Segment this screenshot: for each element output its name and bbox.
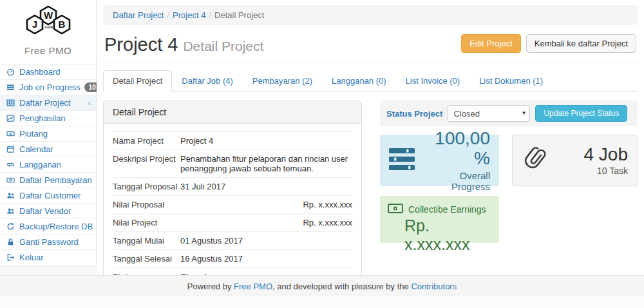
table-row: Nilai Project Rp. x.xxx.xxx xyxy=(113,214,352,232)
footer-middle: , and developed with pleasure by the xyxy=(272,282,411,291)
contributors-link[interactable]: Contributors xyxy=(411,282,457,291)
earnings-title: Collectibe Earnings xyxy=(408,204,486,215)
table-row: Tanggal Proposal 31 Juli 2017 xyxy=(113,178,352,196)
status-select[interactable]: Closed xyxy=(448,105,530,122)
tab-detail-project[interactable]: Detail Project xyxy=(103,70,172,91)
update-status-button[interactable]: Update Project Status xyxy=(535,105,627,122)
sidebar-item-label: Daftar Pembayaran xyxy=(19,175,92,185)
footer: Powered by Free PMO, and developed with … xyxy=(0,275,644,296)
row-value: 16 Agustus 2017 xyxy=(180,254,352,264)
sidebar-item-label: Daftar Project xyxy=(19,98,70,108)
edit-project-button[interactable]: Edit Project xyxy=(461,34,520,53)
tab-daftar-job[interactable]: Daftar Job (4) xyxy=(172,70,242,91)
table-row: Nama Project Project 4 xyxy=(113,132,352,150)
sidebar-item-ganti-password[interactable]: Ganti Password xyxy=(0,235,96,250)
tab-list-invoice[interactable]: List Invoice (0) xyxy=(396,70,470,91)
panel-title: Detail Project xyxy=(104,101,361,124)
jobs-value: 4 Job xyxy=(554,145,628,165)
breadcrumb-current: Detail Project xyxy=(214,10,264,20)
tab-bar: Detail Project Daftar Job (4) Pembayaran… xyxy=(103,70,638,91)
table-row: Tanggal Mulai 01 Agustus 2017 xyxy=(113,232,352,250)
earnings-value: Rp. x.xxx.xxx xyxy=(388,217,491,254)
header-buttons: Edit Project Kembali ke daftar Project xyxy=(461,34,636,55)
sidebar-item-label: Calendar xyxy=(19,144,53,154)
tab-pembayaran[interactable]: Pembayaran (2) xyxy=(243,70,322,91)
gauge-icon xyxy=(5,68,15,76)
content-area: Daftar Project/Project 4/Detail Project … xyxy=(97,0,644,308)
jobs-text-group: 4 Job 10 Task xyxy=(554,145,628,177)
chevron-left-icon: ‹ xyxy=(88,99,91,108)
sidebar-item-daftar-project[interactable]: Daftar Project ‹ xyxy=(0,95,96,111)
status-project-label: Status Project xyxy=(386,109,442,119)
stat-cards: 100,00 % Overall Progress 4 Job 10 T xyxy=(380,135,638,186)
page-bottom-strip xyxy=(0,296,644,308)
back-to-list-button[interactable]: Kembali ke daftar Project xyxy=(526,34,636,53)
users-icon xyxy=(5,207,15,215)
sidebar-item-daftar-pembayaran[interactable]: Daftar Pembayaran xyxy=(0,173,96,188)
page-title: Project 4 xyxy=(104,34,178,55)
jwb-logo-icon: W J B .com xyxy=(17,5,79,36)
progress-value: 100,00 % xyxy=(422,129,490,169)
sidebar-item-label: Dashboard xyxy=(19,67,61,77)
row-label: Nilai Proposal xyxy=(113,200,180,209)
sidebar-item-piutang[interactable]: Piutang xyxy=(0,126,96,142)
sidebar-item-label: Ganti Password xyxy=(19,237,79,247)
sidebar-item-calendar[interactable]: Calendar xyxy=(0,142,96,157)
sidebar-item-label: Penghasilan xyxy=(19,113,66,123)
jobs-card: 4 Job 10 Task xyxy=(512,135,638,186)
sidebar-item-penghasilan[interactable]: Penghasilan xyxy=(0,111,96,126)
sidebar-item-label: Backup/Restore DB xyxy=(19,222,93,231)
row-label: Tanggal Proposal xyxy=(113,182,180,191)
list-bars-icon xyxy=(5,83,15,91)
row-value: Project 4 xyxy=(180,136,352,146)
tasks-icon xyxy=(389,148,416,173)
row-value: Rp. x.xxx.xxx xyxy=(180,200,352,209)
sidebar-item-backup-restore[interactable]: Backup/Restore DB xyxy=(0,219,96,235)
users-icon xyxy=(5,191,15,200)
app-window: W J B .com Free PMO Dashboard Job on Pro… xyxy=(0,0,644,308)
row-value: 01 Agustus 2017 xyxy=(180,236,352,245)
sidebar-menu: Dashboard Job on Progress 10 Daftar Proj… xyxy=(0,64,96,265)
logo-letter-j: J xyxy=(32,19,37,30)
breadcrumb-separator: / xyxy=(205,10,214,20)
collectible-earnings-card: Collectibe Earnings Rp. x.xxx.xxx xyxy=(380,196,499,243)
page-subtitle: Detail Project xyxy=(183,39,263,53)
table-row: Nilai Proposal Rp. x.xxx.xxx xyxy=(113,196,352,214)
money-icon xyxy=(5,176,15,184)
money-icon xyxy=(5,130,15,138)
sidebar-item-daftar-vendor[interactable]: Daftar Vendor xyxy=(0,204,96,219)
sidebar-item-langganan[interactable]: Langganan xyxy=(0,157,96,173)
calendar-icon xyxy=(5,145,15,153)
sidebar-item-keluar[interactable]: Keluar xyxy=(0,250,96,265)
tab-langganan[interactable]: Langganan (0) xyxy=(322,70,396,91)
sidebar-item-job-on-progress[interactable]: Job on Progress 10 xyxy=(0,80,96,95)
row-value: Rp. x.xxx.xxx xyxy=(180,218,352,227)
tab-list-dokumen[interactable]: List Dokumen (1) xyxy=(469,70,553,91)
table-row: Deskripsi Project Penambahan fitur pelap… xyxy=(113,150,352,178)
tasks-count: 10 Task xyxy=(554,166,628,176)
refresh-icon xyxy=(5,222,15,231)
retweet-icon xyxy=(5,160,15,169)
earnings-header: Collectibe Earnings xyxy=(388,204,491,215)
brand-logo: W J B .com xyxy=(0,0,96,43)
breadcrumb-daftar-project[interactable]: Daftar Project xyxy=(113,10,164,20)
line-chart-icon xyxy=(5,114,15,122)
brand-name: Free PMO xyxy=(0,43,96,64)
sidebar-item-daftar-customer[interactable]: Daftar Customer xyxy=(0,188,96,204)
breadcrumb-separator: / xyxy=(164,10,173,20)
progress-text-group: 100,00 % Overall Progress xyxy=(422,129,490,192)
lock-icon xyxy=(5,238,15,246)
row-label: Deskripsi Project xyxy=(113,154,180,173)
logo-letter-b: B xyxy=(58,19,65,30)
row-label: Nilai Project xyxy=(113,218,180,227)
progress-caption: Overall Progress xyxy=(422,170,490,192)
free-pmo-link[interactable]: Free PMO xyxy=(234,282,272,291)
status-select-wrap: Closed ▼ xyxy=(448,105,530,122)
sidebar-item-dashboard[interactable]: Dashboard xyxy=(0,64,96,80)
breadcrumb-project-4[interactable]: Project 4 xyxy=(173,10,205,20)
money-bill-icon xyxy=(388,204,403,215)
sidebar: W J B .com Free PMO Dashboard Job on Pro… xyxy=(0,0,97,265)
status-project-bar: Status Project Closed ▼ Update Project S… xyxy=(380,101,638,126)
logo-letter-w: W xyxy=(43,10,53,21)
sign-out-icon xyxy=(5,253,15,262)
